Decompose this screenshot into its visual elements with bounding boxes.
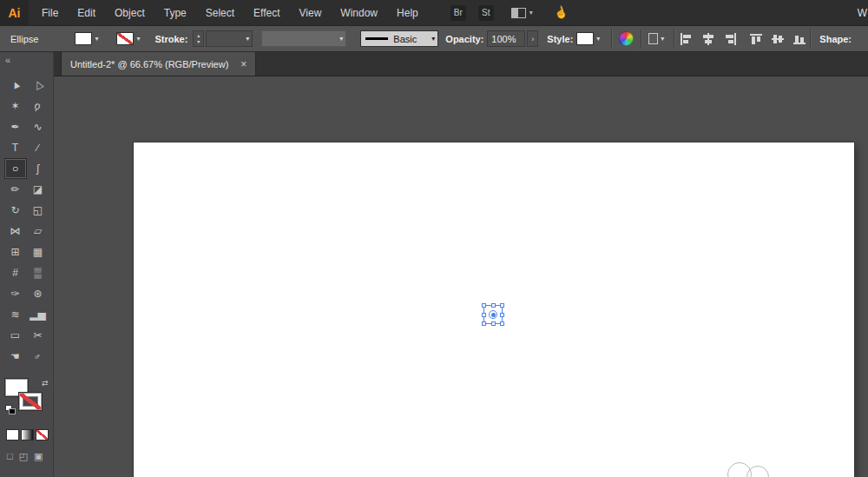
line-segment-tool[interactable]: ∕	[27, 137, 49, 158]
stroke-style-select[interactable]: Basic ▾	[360, 30, 438, 47]
draw-inside-mode-icon[interactable]: ▣	[34, 451, 43, 462]
touch-workspace-icon[interactable]: ☝	[552, 4, 569, 21]
fill-color-button[interactable]	[6, 429, 19, 441]
stroke-weight-stepper[interactable]: ▴ ▾	[193, 30, 204, 47]
rotate-tool[interactable]: ↻	[4, 200, 27, 221]
tab-close-icon[interactable]: ×	[240, 58, 247, 70]
eraser-tool[interactable]: ◪	[27, 179, 49, 200]
selection-handle-right[interactable]	[500, 313, 504, 317]
chevron-down-icon[interactable]: ▾	[529, 9, 533, 17]
document-tab[interactable]: Untitled-2* @ 66.67% (RGB/Preview) ×	[61, 52, 256, 76]
selection-bounding-box[interactable]	[483, 305, 503, 324]
menu-edit[interactable]: Edit	[68, 0, 105, 25]
opacity-field[interactable]	[487, 30, 525, 47]
chevron-down-icon[interactable]: ▾	[134, 35, 142, 43]
horizontal-align-center-icon[interactable]	[701, 33, 715, 45]
ellipse-tool[interactable]: ○	[4, 158, 27, 179]
opacity-flyout-button[interactable]: ›	[527, 30, 538, 47]
vertical-align-bottom-icon[interactable]	[792, 33, 806, 45]
stroke-color-control[interactable]: ▾	[116, 32, 142, 45]
direct-selection-tool[interactable]: ▷	[27, 75, 49, 96]
workspace-layout-icon[interactable]	[511, 8, 526, 18]
graphic-style-swatch[interactable]	[576, 32, 594, 45]
chevron-down-icon[interactable]: ▾	[92, 35, 101, 43]
selection-handle-bottom-left[interactable]	[482, 321, 486, 326]
lasso-tool[interactable]: ϙ	[27, 96, 49, 116]
mesh-tool[interactable]: #	[4, 262, 27, 283]
gradient-tool[interactable]: ▒	[27, 262, 49, 283]
stepper-down-icon[interactable]: ▾	[197, 39, 200, 45]
symbol-sprayer-tool[interactable]: ≋	[4, 304, 27, 325]
horizontal-align-left-icon[interactable]	[680, 33, 694, 45]
menu-view[interactable]: View	[290, 0, 332, 25]
artboard[interactable]	[134, 142, 854, 477]
stroke-well[interactable]	[19, 393, 42, 410]
hand-tool[interactable]: ☚	[4, 346, 27, 367]
paintbrush-tool[interactable]: ʃ	[27, 158, 49, 179]
artboard-tool[interactable]: ▭	[4, 325, 27, 346]
fill-gradient-button[interactable]	[21, 429, 34, 441]
brush-definition-select[interactable]: ▾	[261, 30, 346, 47]
stroke-color-swatch[interactable]	[116, 32, 134, 45]
selection-center-point[interactable]	[491, 313, 496, 317]
chevron-down-icon[interactable]: ▾	[594, 35, 602, 43]
shape-builder-tool[interactable]: ⊞	[4, 242, 27, 262]
eyedropper-tool[interactable]: ✑	[4, 283, 27, 304]
workspace-switcher-partial[interactable]: W	[858, 0, 867, 25]
recolor-artwork-icon[interactable]	[619, 31, 634, 46]
pen-tool[interactable]: ✒	[4, 116, 27, 137]
stroke-weight-select[interactable]: ▾	[206, 30, 253, 47]
menu-type[interactable]: Type	[155, 0, 196, 25]
menu-help[interactable]: Help	[387, 0, 428, 25]
chevron-down-icon[interactable]: ▾	[337, 35, 345, 43]
bridge-button[interactable]: Br	[450, 5, 466, 21]
fill-color-swatch[interactable]	[75, 32, 92, 45]
vertical-align-center-icon[interactable]	[771, 33, 785, 45]
graphic-style-control[interactable]: ▾	[576, 32, 602, 45]
scale-tool[interactable]: ◱	[27, 200, 49, 221]
selection-handle-bottom[interactable]	[491, 321, 496, 326]
zoom-tool[interactable]: ♁	[27, 346, 49, 367]
selection-handle-top-right[interactable]	[500, 303, 504, 308]
menu-select[interactable]: Select	[196, 0, 244, 25]
draw-behind-mode-icon[interactable]: ◰	[19, 451, 28, 462]
canvas[interactable]	[54, 76, 868, 477]
menu-effect[interactable]: Effect	[244, 0, 289, 25]
menu-file[interactable]: File	[32, 0, 68, 25]
slice-tool[interactable]: ✂	[27, 325, 49, 346]
shaper-tool[interactable]: ✏	[4, 179, 27, 200]
menu-window[interactable]: Window	[331, 0, 387, 25]
menu-object[interactable]: Object	[105, 0, 155, 25]
draw-normal-mode-icon[interactable]: □	[7, 451, 13, 462]
selection-handle-left[interactable]	[482, 313, 486, 317]
document-icon[interactable]	[648, 33, 658, 44]
chevron-down-icon[interactable]: ▾	[243, 35, 252, 43]
width-tool[interactable]: ⋈	[4, 221, 27, 242]
chevron-down-icon[interactable]: ▾	[429, 35, 437, 43]
free-transform-tool[interactable]: ▱	[27, 221, 49, 242]
type-tool[interactable]: T	[4, 137, 27, 158]
stock-button[interactable]: St	[478, 5, 494, 21]
selection-tool[interactable]: ►	[4, 75, 27, 96]
stroke-weight-label: Stroke:	[155, 34, 187, 44]
magic-wand-tool[interactable]: ✶	[4, 96, 27, 116]
blend-tool[interactable]: ⊛	[27, 283, 49, 304]
default-fill-stroke-icon[interactable]	[5, 405, 16, 414]
fill-color-control[interactable]: ▾	[75, 32, 101, 45]
horizontal-align-right-icon[interactable]	[723, 33, 737, 45]
selection-handle-bottom-right[interactable]	[500, 321, 504, 326]
opacity-input[interactable]	[488, 31, 523, 46]
selection-handle-top-left[interactable]	[482, 303, 486, 308]
chevron-down-icon[interactable]: ▾	[658, 35, 667, 43]
column-graph-tool[interactable]: ▂▅	[27, 304, 49, 325]
swap-fill-stroke-icon[interactable]: ⇄	[42, 379, 49, 388]
fill-none-button[interactable]	[36, 429, 49, 441]
document-options-control[interactable]: ▾	[648, 33, 667, 44]
collapse-panel-button[interactable]: «	[0, 52, 53, 73]
perspective-grid-tool[interactable]: ▦	[27, 242, 49, 262]
vertical-align-top-icon[interactable]	[749, 33, 763, 45]
stepper-up-icon[interactable]: ▴	[197, 33, 200, 39]
curvature-tool[interactable]: ∿	[27, 116, 49, 137]
selection-handle-top[interactable]	[491, 303, 496, 308]
control-bar: Ellipse ▾ ▾ Stroke: ▴ ▾ ▾ ▾ Basic ▾ Opac…	[0, 25, 868, 52]
